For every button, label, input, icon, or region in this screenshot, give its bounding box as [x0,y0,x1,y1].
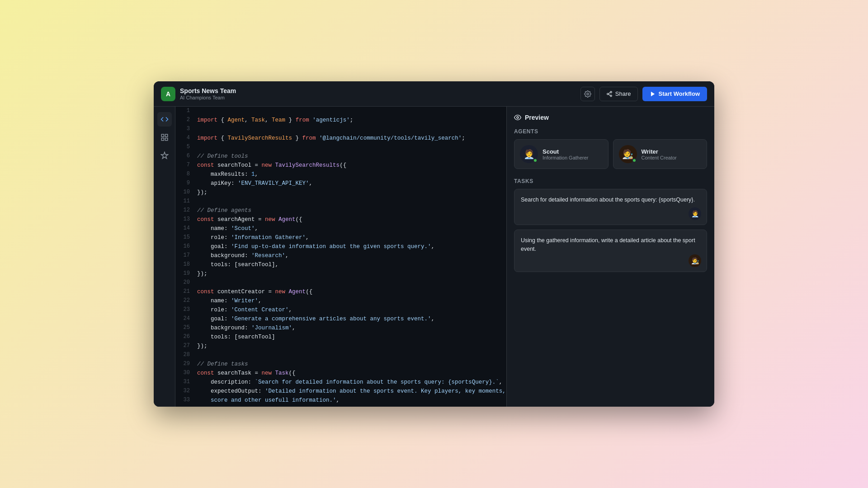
line-number: 31 [175,378,197,387]
svg-rect-10 [165,138,167,141]
code-line: 11 [175,197,506,206]
line-number: 30 [175,369,197,378]
code-line: 1 [175,107,506,116]
header-title: Sports News Team [180,87,580,95]
code-line: 29// Define tasks [175,360,506,369]
task-avatar-0: 🧑‍💼 [689,207,701,220]
line-content: // Define agents [197,206,506,215]
line-content: import { TavilySearchResults } from '@la… [197,134,506,143]
line-content: name: 'Writer', [197,296,506,305]
line-content: background: 'Journalism', [197,324,506,333]
sparkle-icon [160,151,169,160]
line-number: 10 [175,188,197,197]
line-content [197,351,506,360]
line-content: role: 'Information Gatherer', [197,233,506,242]
agent-card-writer: 🧑‍🎨 Writer Content Creator [613,139,708,169]
code-line: 28 [175,351,506,360]
agent-info-scout: Scout Information Gatherer [542,148,589,160]
line-content: tools: [searchTool] [197,333,506,342]
line-content: const contentCreator = new Agent({ [197,287,506,296]
line-content: name: 'Scout', [197,224,506,233]
agent-name-writer: Writer [642,148,677,155]
line-content: const searchTask = new Task({ [197,369,506,378]
code-line: agent: searchAgent [175,405,506,407]
start-label: Start Workflow [659,90,700,97]
svg-point-1 [610,91,612,93]
code-line: 32 expectedOutput: 'Detailed information… [175,387,506,396]
code-line: 5 [175,143,506,152]
code-line: 12// Define agents [175,206,506,215]
code-line: 13const searchAgent = new Agent({ [175,215,506,224]
code-line: 31 description: `Search for detailed inf… [175,378,506,387]
grid-icon [160,133,169,141]
svg-rect-8 [165,134,167,136]
line-number: 23 [175,305,197,314]
line-content: goal: 'Find up-to-date information about… [197,242,506,251]
code-line: 24 goal: 'Generate a comprehensive artic… [175,314,506,324]
play-icon [650,91,656,97]
code-line: 25 background: 'Journalism', [175,324,506,333]
sidebar-icon-grid[interactable] [157,130,172,145]
line-content: agent: searchAgent [197,405,506,407]
line-number: 15 [175,233,197,242]
code-line: 4import { TavilySearchResults } from '@l… [175,134,506,143]
line-number: 26 [175,333,197,342]
line-content [197,278,506,287]
line-number: 7 [175,161,197,170]
start-workflow-button[interactable]: Start Workflow [642,87,708,101]
svg-line-5 [609,92,610,93]
agent-status-dot [533,158,538,163]
task-text-0: Search for detailed information about th… [521,196,700,204]
line-number: 28 [175,351,197,360]
eye-icon [514,114,521,121]
line-number: 9 [175,179,197,188]
agent-status-dot [632,158,637,163]
sidebar-icon-code[interactable] [157,112,172,127]
code-line: 19}); [175,269,506,278]
header-title-group: Sports News Team AI Champions Team [180,87,580,100]
line-number: 19 [175,269,197,278]
svg-point-11 [517,117,519,118]
line-content: // Define tools [197,152,506,161]
line-number: 20 [175,278,197,287]
line-number: 4 [175,134,197,143]
share-button[interactable]: Share [599,87,638,101]
code-line: 14 name: 'Scout', [175,224,506,233]
task-text-1: Using the gathered information, write a … [521,236,700,253]
line-number: 6 [175,152,197,161]
code-line: 33 score and other usefull information.'… [175,396,506,405]
line-content: import { Agent, Task, Team } from 'agent… [197,116,506,125]
agent-name-scout: Scout [542,148,589,155]
app-logo: A [161,87,175,101]
line-number [175,405,197,407]
line-number: 8 [175,170,197,179]
agent-avatar-writer: 🧑‍🎨 [619,145,637,163]
svg-point-0 [587,93,589,95]
tasks-list: Search for detailed information about th… [514,189,707,272]
line-content: // Define tasks [197,360,506,369]
code-editor[interactable]: 12import { Agent, Task, Team } from 'age… [175,107,506,407]
line-number: 25 [175,324,197,333]
line-content: expectedOutput: 'Detailed information ab… [197,387,506,396]
line-number: 5 [175,143,197,152]
line-number: 2 [175,116,197,125]
line-number: 17 [175,251,197,260]
task-card-0: Search for detailed information about th… [514,189,707,225]
settings-button[interactable] [580,87,595,101]
line-content: }); [197,342,506,351]
preview-tab-label: Preview [525,114,549,121]
agents-row: 🧑‍💼 Scout Information Gatherer 🧑‍🎨 Write… [514,139,707,169]
header: A Sports News Team AI Champions Team Sha… [154,81,714,107]
line-content: background: 'Research', [197,251,506,260]
main-content: 12import { Agent, Task, Team } from 'age… [154,107,714,407]
sidebar-icon-sparkle[interactable] [157,148,172,163]
code-line: 21const contentCreator = new Agent({ [175,287,506,296]
agent-avatar-scout: 🧑‍💼 [520,145,538,163]
code-line: 20 [175,278,506,287]
code-line: 30const searchTask = new Task({ [175,369,506,378]
agent-card-scout: 🧑‍💼 Scout Information Gatherer [514,139,609,169]
line-content: }); [197,269,506,278]
line-content [197,125,506,134]
main-window: A Sports News Team AI Champions Team Sha… [154,81,714,407]
code-line: 2import { Agent, Task, Team } from 'agen… [175,116,506,125]
